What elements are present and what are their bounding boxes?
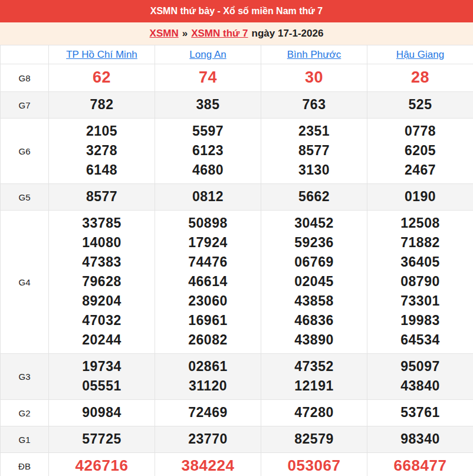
result-cell: 077862052467 (367, 119, 473, 184)
result-cell: 763 (261, 92, 367, 119)
result-number: 43858 (261, 291, 367, 311)
result-cell: 90984 (49, 400, 155, 426)
result-number: 71882 (367, 233, 473, 252)
prize-label: G2 (1, 400, 49, 426)
result-cell: 12508718823640508790733011998364534 (367, 211, 473, 354)
result-cell: 4735212191 (261, 354, 367, 400)
result-number: 0778 (367, 122, 473, 141)
result-cell: 384224 (155, 453, 261, 476)
province-link-binhphuoc[interactable]: Bình Phước (287, 49, 341, 60)
result-cell: 9509743840 (367, 354, 473, 400)
result-cell: 23770 (155, 426, 261, 453)
result-number: 33785 (49, 214, 155, 233)
result-number: 64534 (367, 330, 473, 350)
result-number: 73301 (367, 291, 473, 311)
result-cell: 053067 (261, 453, 367, 476)
result-cell: 30452592360676902045438584683643890 (261, 211, 367, 354)
result-number: 782 (49, 95, 155, 114)
result-cell: 0812 (155, 184, 261, 211)
result-cell: 30 (261, 64, 367, 92)
result-number: 47352 (261, 357, 367, 376)
result-cell: 782 (49, 92, 155, 119)
result-number: 74 (155, 67, 261, 88)
result-number: 47383 (49, 252, 155, 272)
prize-row-G3: G319734055510286131120473521219195097438… (1, 354, 473, 400)
result-number: 3278 (49, 141, 155, 160)
result-number: 14080 (49, 233, 155, 252)
result-cell: 50898179247447646614230601696126082 (155, 211, 261, 354)
prize-label: ĐB (1, 453, 49, 476)
result-number: 95097 (367, 357, 473, 376)
result-number: 43890 (261, 330, 367, 350)
prize-row-G7: G7782385763525 (1, 92, 473, 119)
result-number: 31120 (155, 376, 261, 396)
breadcrumb-link-xsmn-thu7[interactable]: XSMN thứ 7 (191, 28, 248, 40)
result-cell: 72469 (155, 400, 261, 426)
result-cell: 28 (367, 64, 473, 92)
lottery-results-page: XSMN thứ bảy - Xổ số miền Nam thứ 7 XSMN… (0, 0, 473, 476)
result-number: 385 (155, 95, 261, 114)
result-number: 8577 (49, 187, 155, 206)
prize-row-G6: G621053278614855976123468023518577313007… (1, 119, 473, 184)
result-number: 89204 (49, 291, 155, 311)
province-link-longan[interactable]: Long An (189, 49, 226, 60)
result-number: 79628 (49, 272, 155, 291)
page-title: XSMN thứ bảy - Xổ số miền Nam thứ 7 (150, 6, 323, 17)
result-number: 43840 (367, 376, 473, 396)
result-cell: 210532786148 (49, 119, 155, 184)
prize-row-G8: G862743028 (1, 64, 473, 92)
results-table-body: G862743028G7782385763525G621053278614855… (1, 64, 473, 476)
result-number: 23770 (155, 429, 261, 449)
result-number: 47032 (49, 311, 155, 330)
result-number: 47280 (261, 403, 367, 422)
result-number: 5662 (261, 187, 367, 206)
result-number: 8577 (261, 141, 367, 160)
province-header-row: TP Hồ Chí Minh Long An Bình Phước Hậu Gi… (1, 45, 473, 64)
result-number: 90984 (49, 403, 155, 422)
result-cell: 559761234680 (155, 119, 261, 184)
result-number: 05551 (49, 376, 155, 396)
result-number: 525 (367, 95, 473, 114)
result-number: 62 (49, 67, 155, 88)
result-number: 19734 (49, 357, 155, 376)
result-number: 2467 (367, 160, 473, 180)
result-number: 4680 (155, 160, 261, 180)
breadcrumb: XSMN » XSMN thứ 7 ngày 17-1-2026 (0, 22, 473, 45)
result-number: 12191 (261, 376, 367, 396)
province-link-tphcm[interactable]: TP Hồ Chí Minh (66, 49, 137, 60)
prize-row-G4: G433785140804738379628892044703220244508… (1, 211, 473, 354)
result-cell: 426716 (49, 453, 155, 476)
result-cell: 53761 (367, 400, 473, 426)
result-cell: 0286131120 (155, 354, 261, 400)
result-number: 57725 (49, 429, 155, 449)
prize-label: G4 (1, 211, 49, 354)
province-link-haugiang[interactable]: Hậu Giang (396, 49, 444, 60)
result-number: 19983 (367, 311, 473, 330)
result-number: 74476 (155, 252, 261, 272)
prize-row-G2: G290984724694728053761 (1, 400, 473, 426)
result-cell: 668477 (367, 453, 473, 476)
result-number: 82579 (261, 429, 367, 449)
result-number: 2351 (261, 122, 367, 141)
result-number: 46836 (261, 311, 367, 330)
result-number: 46614 (155, 272, 261, 291)
result-cell: 8577 (49, 184, 155, 211)
breadcrumb-date: ngày 17-1-2026 (252, 28, 324, 40)
result-number: 30 (261, 67, 367, 88)
page-title-bar: XSMN thứ bảy - Xổ số miền Nam thứ 7 (0, 0, 473, 22)
result-number: 0190 (367, 187, 473, 206)
breadcrumb-link-xsmn[interactable]: XSMN (150, 28, 179, 40)
result-number: 5597 (155, 122, 261, 141)
result-number: 668477 (367, 456, 473, 475)
result-cell: 385 (155, 92, 261, 119)
result-number: 16961 (155, 311, 261, 330)
result-number: 384224 (155, 456, 261, 475)
result-number: 36405 (367, 252, 473, 272)
result-number: 50898 (155, 214, 261, 233)
result-number: 02045 (261, 272, 367, 291)
result-number: 3130 (261, 160, 367, 180)
prize-label: G5 (1, 184, 49, 211)
result-cell: 0190 (367, 184, 473, 211)
result-number: 12508 (367, 214, 473, 233)
result-number: 30452 (261, 214, 367, 233)
